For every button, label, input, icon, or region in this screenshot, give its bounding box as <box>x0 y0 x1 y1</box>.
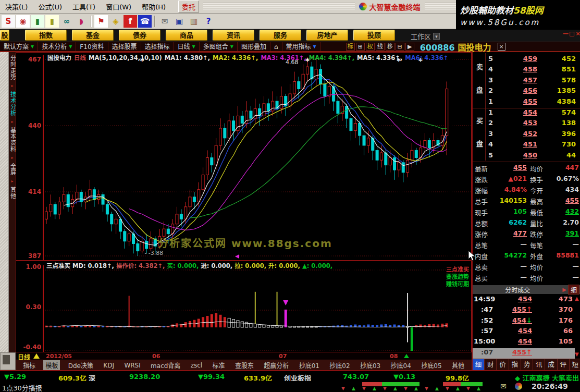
quote-tab-8[interactable]: 短 <box>569 359 580 370</box>
toolbar2-item-0[interactable]: 默认方案▼ <box>0 42 38 51</box>
tick-row-4[interactable]: 15:00454105 <box>473 337 575 348</box>
indicator-tab-0[interactable]: 指标 <box>21 360 38 370</box>
tab-3[interactable]: 商品 <box>166 30 207 41</box>
detail-button[interactable]: 细 <box>568 285 579 295</box>
mini-button-6[interactable]: ▶ <box>405 43 414 51</box>
restore-button[interactable]: □ <box>569 30 574 37</box>
indicator-tab-3[interactable]: KDJ <box>101 361 116 370</box>
indicator-tab-14[interactable]: 抄底05 <box>419 360 443 370</box>
mini-button-1[interactable]: ⊞ <box>356 43 365 51</box>
toolbar2-item-6[interactable]: 多图组合▼ <box>200 42 238 51</box>
tab-partial[interactable]: 股 <box>0 30 9 41</box>
toolbar2-item-5[interactable]: 日线▼ <box>174 42 200 51</box>
tab-7[interactable]: 投顾 <box>353 30 395 41</box>
indicator-tab-1[interactable]: 模板 <box>43 360 60 370</box>
trend-arrow-icon: ▲ <box>393 386 397 391</box>
indicator-tab-4[interactable]: WRSI <box>122 361 142 370</box>
workspace-label[interactable]: 工作区 ▾ <box>411 31 440 41</box>
pane-close-button[interactable]: × <box>498 43 505 51</box>
tab-4[interactable]: 资讯 <box>213 30 254 41</box>
binoculars-icon[interactable]: ∞ <box>60 15 73 28</box>
scroll-down-icon[interactable]: ▼ <box>575 351 580 357</box>
tick-row-2[interactable]: :52454↓176 <box>473 316 575 327</box>
indicator-tab-6[interactable]: zscl <box>189 361 204 370</box>
menu-item-1[interactable]: 公式(U) <box>33 2 67 11</box>
level: 4 <box>488 140 493 148</box>
tab-0[interactable]: 指数 <box>25 30 67 41</box>
play-icon[interactable]: ▶ <box>562 287 566 292</box>
books-icon[interactable]: ▥ <box>187 15 201 28</box>
menu-item-2[interactable]: 工具(T) <box>67 2 101 11</box>
tab-5[interactable]: 服务 <box>260 30 301 41</box>
mini-button-3[interactable]: 线 <box>376 43 385 51</box>
toolbar-separator <box>91 16 92 27</box>
indicator-tab-row: 指标模板Dde决策KDJWRSImacd背离zscl标准查股东超赢分析抄底01抄… <box>16 360 472 370</box>
indicator-tab-5[interactable]: macd背离 <box>149 360 182 370</box>
order-trade-button[interactable]: 委托 <box>178 1 199 13</box>
mini-button-2[interactable]: 权 <box>366 43 375 51</box>
quote-tab-2[interactable]: 价 <box>496 359 508 370</box>
menu-item-4[interactable]: 帮助(H) <box>137 2 171 11</box>
flag-icon[interactable]: ◉ <box>16 15 30 28</box>
chevron-down-icon[interactable]: ▾ <box>433 33 440 40</box>
phone-icon[interactable]: ☎ <box>138 15 152 28</box>
tab-2[interactable]: 债券 <box>119 30 161 41</box>
bid-row-2: 2453138 <box>486 119 578 129</box>
bell-icon[interactable]: ◗ <box>75 15 88 28</box>
scroll-up-icon[interactable]: ▲ <box>575 296 580 301</box>
quote-tab-7[interactable]: 评 <box>557 359 569 370</box>
toolbar2-item-9[interactable]: 常用指标▼ <box>282 42 320 51</box>
trend-arrow-icon: ▼ <box>341 386 345 391</box>
flag-pennant-icon[interactable]: ⚑ <box>94 15 108 28</box>
mail-icon[interactable]: ✉ <box>500 382 507 390</box>
toolbar2-item-8[interactable]: ⌂ <box>270 42 282 51</box>
candlestick-chart[interactable]: **** <box>16 53 471 260</box>
close-button[interactable]: × <box>575 30 580 37</box>
indicator-chart[interactable] <box>16 261 471 352</box>
candlestick-chart-pane[interactable]: 国投电力日线MA(5,10,20,34,10,10)MA1: 4.380↑,MA… <box>16 52 472 261</box>
toolbar2-item-4[interactable]: 选择指标 <box>141 42 174 51</box>
diamond-icon[interactable]: ◈ <box>109 15 122 28</box>
quote-tab-6[interactable]: 成 <box>545 359 557 370</box>
indicator-tab-12[interactable]: 抄底03 <box>358 360 382 370</box>
indicator-tab-10[interactable]: 抄底01 <box>297 360 322 370</box>
indicator-tab-11[interactable]: 抄底02 <box>327 360 352 370</box>
minimize-button[interactable]: — <box>563 30 568 37</box>
tick-row-3[interactable]: :5745466 <box>473 327 575 337</box>
indicator-tab-15[interactable]: 其他 <box>450 360 466 370</box>
stripes-green-icon[interactable]: ▮ <box>31 15 44 28</box>
indicator-tab-7[interactable]: 标准 <box>211 360 227 370</box>
menu-item-3[interactable]: 窗口(W) <box>101 2 137 11</box>
pinwheel-icon[interactable] <box>515 383 522 390</box>
tab-1[interactable]: 基金 <box>72 30 114 41</box>
quote-tab-5[interactable]: 讯 <box>533 359 545 370</box>
tick-row-1[interactable]: :47455↑370 <box>473 305 575 316</box>
toolbar2-item-7[interactable]: 图形叠加 <box>238 42 270 51</box>
monitor-icon[interactable]: ▣ <box>172 15 186 28</box>
indicator-tab-2[interactable]: Dde决策 <box>66 360 95 370</box>
tick-row-0[interactable]: 14:59454473 <box>473 295 575 305</box>
mini-button-5[interactable]: ⊟ <box>396 43 404 51</box>
tick-row-5[interactable]: :07455↑ <box>473 348 575 359</box>
logo-s-icon[interactable]: S <box>2 15 15 28</box>
mail-icon[interactable]: ✉ <box>158 15 171 28</box>
quote-tab-1[interactable]: 财 <box>484 359 496 370</box>
mini-button-0[interactable]: 标 <box>346 43 355 51</box>
quote-tab-0[interactable]: 细 <box>473 359 484 370</box>
help-cursor-icon[interactable]: ? <box>202 15 215 28</box>
indicator-tab-9[interactable]: 超赢分析 <box>262 360 291 370</box>
toolbar2-item-1[interactable]: 技术分析▼ <box>38 42 76 51</box>
toolbar2-item-2[interactable]: F10资料 <box>76 42 108 51</box>
quote-tab-4[interactable]: 势 <box>521 359 533 370</box>
indicator-pane[interactable]: 三点准买MD: 0.018↑,操作价: 4.382↑,买: 0.000,进: 0… <box>16 261 472 352</box>
indicator-tab-8[interactable]: 查股东 <box>233 360 256 370</box>
menu-item-0[interactable]: 决策(L) <box>0 2 33 11</box>
tab-6[interactable]: 房地产 <box>306 30 348 41</box>
indicator-tab-13[interactable]: 抄底04 <box>389 360 413 370</box>
stripes-yellow-icon[interactable]: ▮ <box>45 15 59 28</box>
quote-tab-3[interactable]: 指 <box>509 359 521 370</box>
mini-button-4[interactable]: 移 <box>386 43 394 51</box>
sidebar-grip[interactable] <box>0 52 9 352</box>
info-f-icon[interactable]: f <box>124 15 137 28</box>
toolbar2-item-3[interactable]: 选择股票 <box>108 42 141 51</box>
